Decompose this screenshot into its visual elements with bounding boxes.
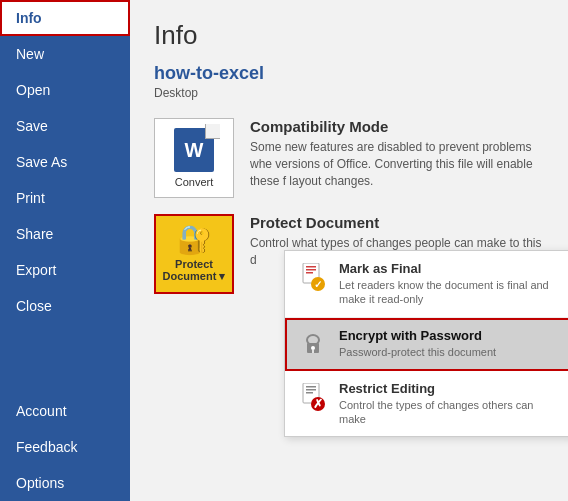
encrypt-icon <box>297 328 329 360</box>
sidebar-item-options[interactable]: Options <box>0 465 130 501</box>
convert-label: Convert <box>175 176 214 188</box>
protect-label: ProtectDocument ▾ <box>163 258 226 283</box>
compatibility-description: Some new features are disabled to preven… <box>250 139 544 189</box>
encrypt-text: Encrypt with Password Password-protect t… <box>339 328 496 359</box>
sidebar-item-save-as[interactable]: Save As <box>0 144 130 180</box>
sidebar-item-close[interactable]: Close <box>0 288 130 324</box>
svg-rect-3 <box>306 272 313 274</box>
compatibility-text: Compatibility Mode Some new features are… <box>250 118 544 189</box>
encrypt-description: Password-protect this document <box>339 345 496 359</box>
sidebar-item-save[interactable]: Save <box>0 108 130 144</box>
sidebar-item-export[interactable]: Export <box>0 252 130 288</box>
sidebar-item-open[interactable]: Open <box>0 72 130 108</box>
mark-final-description: Let readers know the document is final a… <box>339 278 561 307</box>
doc-name: how-to-excel <box>154 63 544 84</box>
compatibility-section: W Convert Compatibility Mode Some new fe… <box>154 118 544 198</box>
main-content: Info how-to-excel Desktop W Convert Comp… <box>130 0 568 501</box>
mark-final-text: Mark as Final Let readers know the docum… <box>339 261 561 307</box>
encrypt-heading: Encrypt with Password <box>339 328 496 343</box>
encrypt-password-item[interactable]: Encrypt with Password Password-protect t… <box>285 318 568 371</box>
convert-button[interactable]: W Convert <box>154 118 234 198</box>
svg-text:✗: ✗ <box>313 397 323 411</box>
restrict-text: Restrict Editing Control the types of ch… <box>339 381 561 427</box>
sidebar: Info New Open Save Save As Print Share E… <box>0 0 130 501</box>
protect-dropdown: ✓ Mark as Final Let readers know the doc… <box>284 250 568 437</box>
svg-rect-13 <box>306 392 313 394</box>
word-icon: W <box>174 128 214 172</box>
protect-heading: Protect Document <box>250 214 544 231</box>
sidebar-item-new[interactable]: New <box>0 36 130 72</box>
sidebar-item-feedback[interactable]: Feedback <box>0 429 130 465</box>
restrict-editing-item[interactable]: ✗ Restrict Editing Control the types of … <box>285 371 568 437</box>
svg-text:✓: ✓ <box>314 279 322 290</box>
restrict-description: Control the types of changes others can … <box>339 398 561 427</box>
doc-location: Desktop <box>154 86 544 100</box>
svg-rect-2 <box>306 269 316 271</box>
svg-rect-12 <box>306 389 316 391</box>
protect-document-button[interactable]: 🔐 ProtectDocument ▾ <box>154 214 234 294</box>
svg-rect-1 <box>306 266 316 268</box>
sidebar-item-share[interactable]: Share <box>0 216 130 252</box>
svg-rect-11 <box>306 386 316 388</box>
restrict-heading: Restrict Editing <box>339 381 561 396</box>
sidebar-item-account[interactable]: Account <box>0 393 130 429</box>
sidebar-item-info[interactable]: Info <box>0 0 130 36</box>
mark-final-heading: Mark as Final <box>339 261 561 276</box>
svg-point-8 <box>311 346 315 350</box>
lock-icon: 🔐 <box>177 226 212 254</box>
mark-as-final-item[interactable]: ✓ Mark as Final Let readers know the doc… <box>285 251 568 318</box>
page-title: Info <box>154 20 544 51</box>
sidebar-item-print[interactable]: Print <box>0 180 130 216</box>
mark-final-icon: ✓ <box>297 261 329 293</box>
compatibility-heading: Compatibility Mode <box>250 118 544 135</box>
restrict-icon: ✗ <box>297 381 329 413</box>
